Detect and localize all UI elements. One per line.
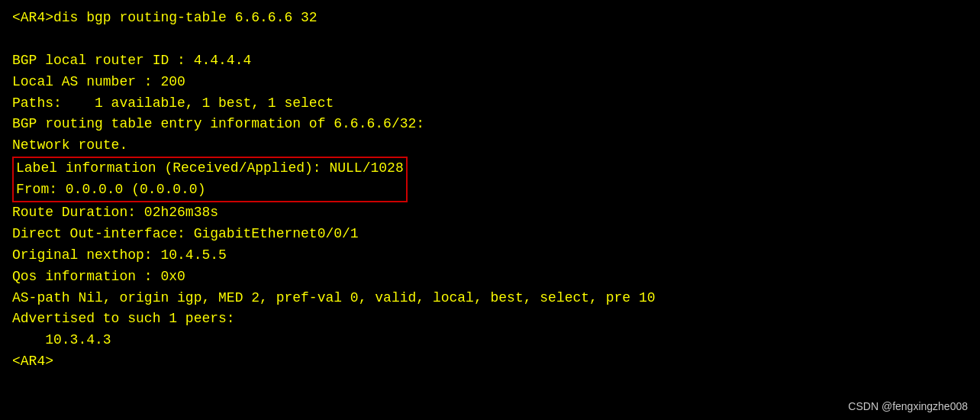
highlighted-section: Label information (Received/Applied): NU…: [12, 157, 408, 202]
from-line: From: 0.0.0.0 (0.0.0.0): [16, 179, 404, 201]
watermark: CSDN @fengxingzhe008: [848, 400, 968, 412]
as-path-line: AS-path Nil, origin igp, MED 2, pref-val…: [12, 288, 968, 309]
network-route-line: Network route.: [12, 135, 968, 157]
routing-table-entry-line: BGP routing table entry information of 6…: [12, 114, 968, 135]
advertised-line: Advertised to such 1 peers:: [12, 309, 968, 330]
prompt-line[interactable]: <AR4>: [12, 351, 968, 373]
route-duration-line: Route Duration: 02h26m38s: [12, 202, 968, 224]
as-number-line: Local AS number : 200: [12, 72, 968, 93]
original-nexthop-line: Original nexthop: 10.4.5.5: [12, 245, 968, 267]
peer-ip-line: 10.3.4.3: [12, 330, 968, 351]
paths-line: Paths: 1 available, 1 best, 1 select: [12, 93, 968, 115]
terminal-window: <AR4>dis bgp routing-table 6.6.6.6 32 BG…: [0, 0, 980, 420]
router-id-line: BGP local router ID : 4.4.4.4: [12, 50, 968, 72]
command-line: <AR4>dis bgp routing-table 6.6.6.6 32: [12, 8, 968, 29]
qos-info-line: Qos information : 0x0: [12, 267, 968, 288]
direct-out-interface-line: Direct Out-interface: GigabitEthernet0/0…: [12, 224, 968, 245]
label-info-line: Label information (Received/Applied): NU…: [16, 158, 404, 179]
